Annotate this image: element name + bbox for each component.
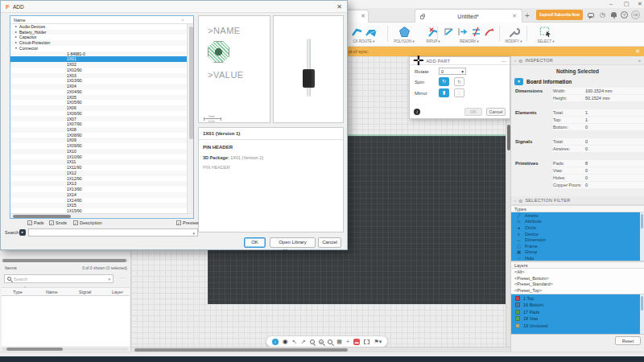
tree-row[interactable]: ▾Connector [10,46,188,51]
collapse-icon[interactable]: ‹ [514,198,516,203]
tree-row[interactable]: 1X15 [10,203,188,208]
tree-row[interactable]: ▸Battery_Holder [10,30,188,35]
tree-row[interactable]: 1X09 [10,138,188,143]
board-information-row[interactable]: ▼ Board Information [511,76,644,88]
chevron-down-icon[interactable]: ▾ [108,277,110,282]
expand-closed-icon[interactable]: ▸ [15,40,17,46]
info-icon[interactable]: i [414,109,420,115]
maximize-icon[interactable]: ▢ [624,1,630,7]
tree-row[interactable]: 1X03/90 [10,78,188,84]
column-name[interactable]: Name [46,290,58,294]
type-filter-item[interactable]: ≡Device [511,231,644,237]
stop-icon[interactable]: ▬ [353,339,360,345]
info-icon[interactable]: i [272,339,279,345]
avatar[interactable]: OE [631,10,640,19]
crosshair-icon[interactable]: + [346,338,349,345]
type-filter-item[interactable]: ◇Attribute [511,219,644,225]
tree-row[interactable]: 1X13 [10,181,188,187]
tree-vertical-scrollbar[interactable] [187,24,193,214]
column-layer[interactable]: Layer [112,290,123,294]
grid-icon[interactable]: ▦ [336,338,342,345]
tree-row[interactable]: 1X12 [10,171,188,176]
tree-row[interactable]: 1X11/90 [10,165,188,171]
tree-row[interactable]: ▸Capacitor [10,35,188,40]
cancel-button[interactable]: Cancel [318,237,341,248]
tree-row[interactable]: 1X04 [10,84,188,89]
route-alt-icon[interactable] [365,26,377,38]
layer-item[interactable]: 16 Bottom [511,302,644,309]
pin-icon[interactable]: ⚑▾ [374,339,382,345]
tree-row[interactable]: ▸Audio-Devices [10,24,188,30]
tree-row[interactable]: 1X05/90 [10,100,188,105]
search-go-icon[interactable]: ▸ [19,229,26,236]
overflow-icon[interactable]: » [638,58,641,63]
dialog-titlebar[interactable]: F ADD ✕ [1,1,347,13]
rework-corner-icon[interactable] [443,26,455,38]
zoom-in-icon[interactable]: + [319,339,324,344]
selection-filter-header[interactable]: ‹ ⚙ SELECTION FILTER [511,196,644,205]
bell-icon[interactable] [611,12,617,17]
wrench-icon[interactable] [508,26,520,38]
items-bottom-scrollbar[interactable] [2,348,129,351]
tab-close-icon[interactable]: ✕ [361,13,365,19]
scrollbar-thumb[interactable] [641,296,643,311]
tree-row[interactable]: 1X04/90 [10,89,188,95]
rework-swap-icon[interactable] [470,26,482,38]
tree-row[interactable]: ▸Circuit-Protection [10,40,188,46]
tree-row[interactable]: 1X01 [10,56,188,62]
toolbar-group-modify[interactable]: MODIFY ▾ [501,24,526,43]
tree-row[interactable]: 1X02 [10,62,188,68]
checkbox-preview[interactable]: ✓Preview [176,220,199,225]
tree-row[interactable]: 1X06/90 [10,111,188,117]
tree-row[interactable]: 1X06 [10,105,188,111]
column-type[interactable]: Type [13,290,23,294]
comment-icon[interactable] [588,13,594,18]
rotate-select[interactable]: 0 ▾ [439,68,466,75]
search-combobox[interactable]: ▾ [28,228,198,237]
inspector-header[interactable]: ‹ ⚙ INSPECTOR » [511,56,644,65]
toolbar-group-polygon[interactable]: POLYGON ▾ [390,24,419,43]
tree-row[interactable]: 1X08/90 [10,133,188,138]
pan-icon[interactable]: ↖ [292,338,297,345]
expand-closed-icon[interactable]: ▸ [15,24,17,30]
scrollbar-thumb[interactable] [13,215,71,218]
select-box-icon[interactable] [364,339,369,344]
scrollbar-thumb[interactable] [6,348,63,351]
help-icon[interactable]: ? [621,11,628,19]
dialog-close-icon[interactable]: ✕ [336,3,342,10]
tree-row[interactable]: 1X12/90 [10,176,188,182]
spin-off-button[interactable]: ↻ [439,77,449,86]
checkbox-icon[interactable]: ✓ [27,220,32,225]
tree-row[interactable]: 1X14/90 [10,198,188,204]
types-scrollbar[interactable] [640,212,644,261]
tree-row[interactable]: 1X11 [10,159,188,165]
tree-row[interactable]: 1X09/90 [10,143,188,149]
layer-item[interactable]: 19 Unrouted [511,323,644,330]
tree-row[interactable]: 1X05 [10,95,188,101]
tree-row[interactable]: 1X07 [10,116,188,121]
add-part-header[interactable]: ✛ ADD PART — [410,57,510,65]
expand-closed-icon[interactable]: ▸ [15,35,17,40]
layer-item[interactable]: 1 Top [511,294,644,302]
checkbox-icon[interactable]: ✓ [176,220,181,225]
tree-row[interactable]: 1X14 [10,192,188,198]
toolbar-group-rework[interactable]: REWORK ▾ [440,24,499,43]
type-filter-item[interactable]: ▦Group [511,249,644,256]
items-table-body[interactable] [2,296,130,346]
type-filter-item[interactable]: ○Hole [511,255,644,261]
tree-row[interactable]: 1X03 [10,73,188,79]
layer-item[interactable]: 17 Pads [511,309,644,316]
select-icon[interactable] [539,26,552,38]
items-top-scrollbar[interactable] [2,258,129,262]
type-filter-item[interactable]: ▢Frame [511,243,644,249]
layer-item[interactable]: 18 Vias [511,315,644,323]
checkbox-icon[interactable]: ✓ [49,220,54,225]
clock-icon[interactable]: ◷ [600,11,605,19]
layer-preset-item[interactable]: <All> [511,269,644,276]
add-part-cancel-button[interactable]: Cancel [486,108,506,116]
reset-button[interactable]: Reset [615,336,641,345]
warning-close-icon[interactable]: ✕ [635,48,640,55]
collapse-icon[interactable]: ‹ [514,58,516,63]
new-tab-button[interactable]: + [525,11,530,20]
expand-open-icon[interactable]: ▾ [15,46,17,51]
